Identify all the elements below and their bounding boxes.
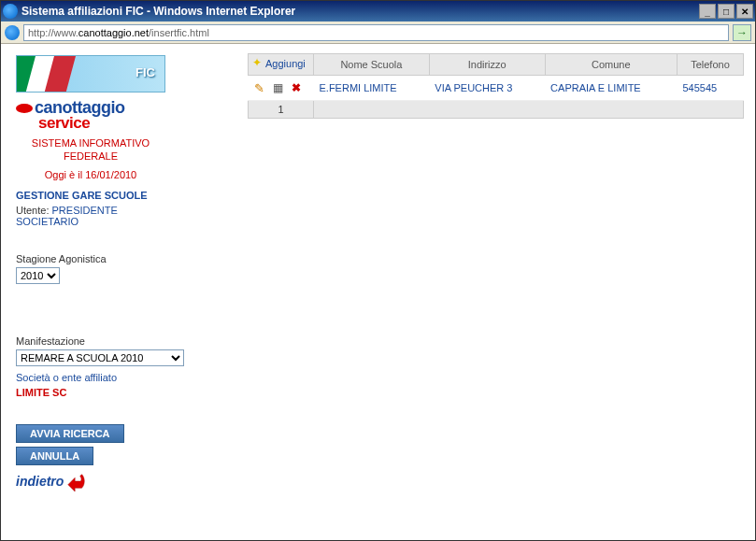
url-input[interactable]: http://www.canottaggio.net/insertfic.htm…: [23, 24, 729, 41]
stagione-select[interactable]: 2010: [16, 267, 60, 284]
brand-service: service: [38, 114, 235, 133]
societa-value: LIMITE SC: [16, 387, 235, 398]
manifestazione-label: Manifestazione: [16, 335, 235, 347]
avvia-ricerca-button[interactable]: AVVIA RICERCA: [16, 424, 124, 443]
aggiungi-header: Aggiungi: [249, 54, 314, 76]
main-content: Aggiungi Nome Scuola Indirizzo Comune Te…: [244, 44, 755, 540]
cell-comune[interactable]: CAPRAIA E LIMITE: [545, 76, 677, 101]
indietro-button[interactable]: indietro: [16, 471, 235, 491]
brand-logo: canottaggio service: [16, 98, 235, 133]
url-prefix: http://www.: [28, 27, 78, 38]
ie-icon: [3, 4, 18, 19]
schools-table: Aggiungi Nome Scuola Indirizzo Comune Te…: [248, 53, 744, 119]
table-row: E.FERMI LIMITE VIA PEUCHER 3 CAPRAIA E L…: [249, 76, 744, 101]
pager-row: 1: [249, 101, 744, 119]
address-bar: http://www.canottaggio.net/insertfic.htm…: [1, 21, 755, 44]
col-nome: Nome Scuola: [314, 54, 430, 76]
detail-icon[interactable]: [273, 81, 286, 94]
fic-text: FIC: [136, 65, 155, 79]
delete-icon[interactable]: [292, 81, 305, 94]
stagione-label: Stagione Agonistica: [16, 253, 235, 264]
back-arrow-icon: [65, 471, 88, 491]
add-icon[interactable]: [252, 58, 265, 71]
cell-telefono[interactable]: 545545: [677, 76, 743, 101]
url-path: /insertfic.html: [149, 27, 209, 38]
ie-icon: [5, 25, 20, 40]
manifestazione-select[interactable]: REMARE A SCUOLA 2010: [16, 349, 184, 366]
edit-icon[interactable]: [254, 81, 267, 94]
system-label: SISTEMA INFORMATIVO FEDERALE: [16, 136, 165, 164]
close-button[interactable]: ✕: [736, 4, 753, 19]
utente-label: Utente: PRESIDENTE SOCIETARIO: [16, 205, 235, 227]
go-button[interactable]: [733, 24, 751, 41]
pager-page[interactable]: 1: [249, 101, 314, 119]
maximize-button[interactable]: □: [718, 4, 735, 19]
date-line: Oggi è il 16/01/2010: [16, 169, 165, 180]
col-telefono: Telefono: [677, 54, 743, 76]
gestione-gare-link[interactable]: GESTIONE GARE SCUOLE: [16, 190, 235, 201]
sidebar: FIC canottaggio service SISTEMA INFORMAT…: [1, 44, 244, 540]
window-titlebar: Sistema affiliazioni FIC - Windows Inter…: [1, 1, 755, 21]
cell-nome[interactable]: E.FERMI LIMITE: [314, 76, 430, 101]
annulla-button[interactable]: ANNULLA: [16, 447, 93, 465]
cell-indirizzo[interactable]: VIA PEUCHER 3: [429, 76, 545, 101]
url-domain: canottaggio.net: [78, 27, 149, 38]
aggiungi-link[interactable]: Aggiungi: [265, 58, 306, 69]
col-indirizzo: Indirizzo: [429, 54, 545, 76]
minimize-button[interactable]: _: [699, 4, 716, 19]
indietro-label: indietro: [16, 474, 64, 489]
fic-logo: FIC: [16, 55, 165, 93]
societa-label: Società o ente affiliato: [16, 372, 235, 383]
window-title: Sistema affiliazioni FIC - Windows Inter…: [21, 5, 295, 18]
col-comune: Comune: [545, 54, 677, 76]
